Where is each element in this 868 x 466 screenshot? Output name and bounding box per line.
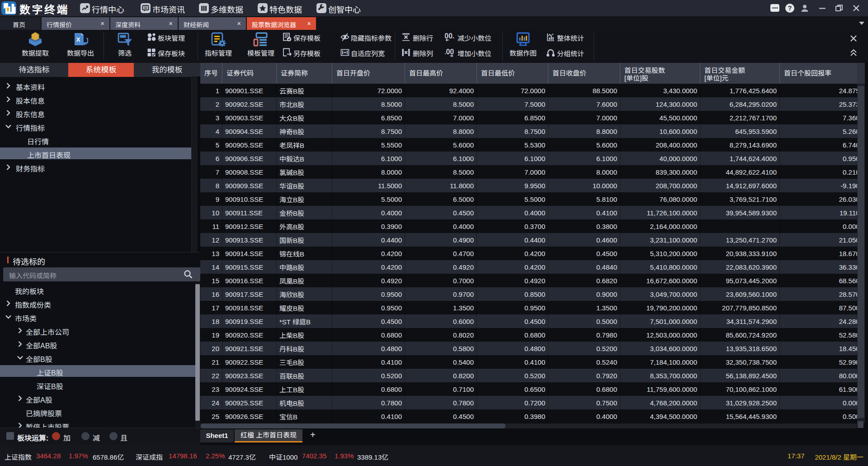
svg-text:?: ? <box>788 5 792 12</box>
svg-text:X: X <box>76 36 80 43</box>
svg-text:.00: .00 <box>445 48 454 56</box>
svg-text:00.: 00. <box>445 33 454 40</box>
